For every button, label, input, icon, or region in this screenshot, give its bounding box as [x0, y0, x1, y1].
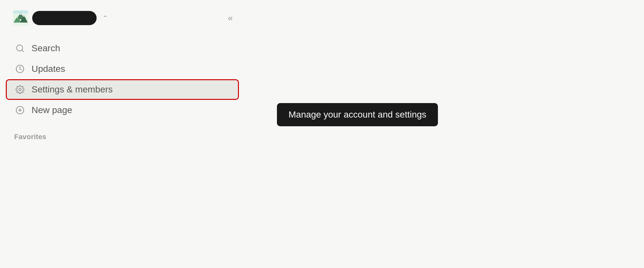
- sidebar-item-settings-members-label: Settings & members: [32, 84, 113, 95]
- workspace-logo: [13, 10, 28, 26]
- svg-point-11: [19, 89, 21, 91]
- sidebar-item-search-label: Search: [32, 43, 60, 53]
- nav-items: Search Updates Settings & members: [0, 39, 245, 120]
- workspace-switcher-chevron[interactable]: ⌃: [102, 14, 108, 22]
- sidebar-item-settings-members[interactable]: Settings & members: [6, 80, 238, 99]
- sidebar-item-updates-label: Updates: [32, 64, 65, 74]
- sidebar-item-new-page[interactable]: New page: [6, 100, 238, 120]
- svg-rect-7: [13, 10, 28, 14]
- svg-line-9: [22, 50, 23, 52]
- workspace-name: [32, 11, 97, 25]
- settings-tooltip: Manage your account and settings: [277, 103, 438, 126]
- search-icon: [14, 44, 26, 53]
- clock-icon: [14, 64, 26, 73]
- gear-icon: [14, 85, 26, 94]
- plus-icon: [14, 106, 26, 115]
- sidebar-header: ⌃ «: [0, 10, 245, 39]
- workspace-info: ⌃: [13, 10, 108, 26]
- favorites-label: Favorites: [14, 133, 46, 141]
- sidebar-collapse-button[interactable]: «: [228, 13, 232, 23]
- favorites-section: Favorites: [0, 120, 245, 141]
- sidebar-item-search[interactable]: Search: [6, 39, 238, 58]
- sidebar-item-updates[interactable]: Updates: [6, 59, 238, 79]
- main-content: Manage your account and settings: [245, 0, 644, 268]
- sidebar: ⌃ « Search Updates: [0, 0, 245, 268]
- sidebar-item-new-page-label: New page: [32, 105, 72, 115]
